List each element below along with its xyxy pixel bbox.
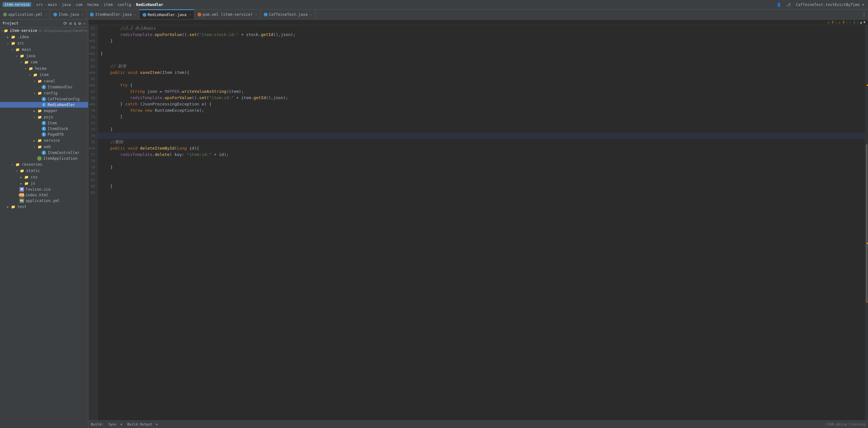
tree-item-js[interactable]: ▶ 📁 js <box>0 180 88 187</box>
breadcrumb-src[interactable]: src <box>36 2 43 7</box>
arrow-static: ▾ <box>14 169 19 173</box>
tab-item-java[interactable]: Item.java ✕ <box>50 9 87 19</box>
sync-label: Sync <box>108 422 117 426</box>
user-icon[interactable]: 👤 <box>775 2 782 7</box>
tree-item-application-yml[interactable]: ▶ YML application.yml <box>0 198 88 204</box>
tab-redishandler-java[interactable]: RedisHandler.java ✕ <box>140 9 194 19</box>
collapse-all-icon[interactable]: ≡ <box>69 21 72 26</box>
fold-69[interactable]: ▾ <box>89 102 91 106</box>
line-numbers: 57 58 ▾ 59 60 ▾ 61 62 63 ▾ 64 65 <box>88 25 98 421</box>
code-content[interactable]: //2.2 存入Redis redisTemplate.opsForValue(… <box>98 25 865 421</box>
tree-item-itemhandler[interactable]: ▶ C ItemHandler <box>0 84 88 90</box>
tree-item-index-html[interactable]: ▶ HTML index.html <box>0 192 88 198</box>
fold-64[interactable]: ▾ <box>89 71 91 74</box>
nav-up[interactable]: ▲ <box>860 20 862 24</box>
tree-label-redishandler: RedisHandler <box>48 102 75 107</box>
tree-item-service[interactable]: ▶ 📁 service <box>0 137 88 144</box>
tree-item-favicon[interactable]: ▶ 🖼 favicon.ico <box>0 187 88 192</box>
linenum-68: 68 <box>88 95 97 101</box>
tree-item-idea[interactable]: ▶ 📁 .idea <box>0 34 88 40</box>
sync-close-btn[interactable]: ✕ <box>120 422 122 426</box>
tree-item-resources[interactable]: ▾ 📁 resources <box>0 161 88 167</box>
tab-application-yml[interactable]: application.yml ✕ <box>0 9 50 19</box>
breadcrumb-main[interactable]: main <box>48 2 57 7</box>
linenum-76: ▾ 76 <box>88 145 97 152</box>
tree-item-mapper[interactable]: ▶ 📁 mapper <box>0 108 88 114</box>
warning-count-2[interactable]: ⚠ 3 <box>838 20 845 24</box>
nav-down[interactable]: ▼ <box>863 20 866 24</box>
fold-61[interactable]: ▾ <box>89 52 91 55</box>
tab-close-item[interactable]: ✕ <box>82 12 83 16</box>
tab-close-caffeine[interactable]: ✕ <box>310 12 312 16</box>
tab-label-item: Item.java <box>58 12 79 17</box>
tree-item-project-root[interactable]: ▾ 📁 item-service D:\DingJiaxiong\IdeaPro… <box>0 27 88 34</box>
breadcrumb-java[interactable]: java <box>62 2 71 7</box>
project-badge[interactable]: item-service <box>2 2 31 7</box>
fold-66[interactable]: ▾ <box>89 84 91 87</box>
spring-icon-itemapplication: 🌿 <box>37 156 42 161</box>
linenum-73: 73 <box>88 126 97 132</box>
tree-item-redishandler[interactable]: ▶ C RedisHandler <box>0 102 88 108</box>
build-output-tab[interactable]: Build Output ✕ <box>127 422 158 426</box>
code-line-73: } <box>98 126 865 132</box>
warning-count-1[interactable]: ⚠ 3 <box>827 20 834 24</box>
tree-label-js: js <box>31 181 35 186</box>
check-count[interactable]: ✓ 1 <box>849 20 856 24</box>
vertical-scrollbar[interactable] <box>865 25 868 421</box>
tree-label-service: service <box>44 138 60 143</box>
tab-pom-xml[interactable]: pom.xml (item-service) ✕ <box>194 9 260 19</box>
tab-icon-itemhandler <box>90 12 94 17</box>
tabs-overflow[interactable]: ⋮ <box>860 12 868 17</box>
tab-close-itemhandler[interactable]: ✕ <box>134 12 136 16</box>
close-sidebar-icon[interactable]: — <box>83 21 86 26</box>
breadcrumb-item[interactable]: item <box>103 2 113 7</box>
sync-tab[interactable]: Sync ✕ <box>108 422 122 426</box>
tab-caffeinetest-java[interactable]: CaffeineTest.java ✕ <box>260 9 315 19</box>
fold-76[interactable]: ▾ <box>89 147 91 150</box>
tree-label-config: config <box>44 91 57 95</box>
class-icon-caffeineconfig: C <box>42 97 46 101</box>
tree-item-itemstock[interactable]: ▶ C ItemStock <box>0 126 88 132</box>
build-output-close-btn[interactable]: ✕ <box>156 422 158 426</box>
scrollbar-thumb[interactable] <box>866 144 868 302</box>
tree-item-test[interactable]: ▶ 📁 test <box>0 204 88 210</box>
tree-item-heima[interactable]: ▾ 📁 heima <box>0 65 88 72</box>
tab-close-redishandler[interactable]: ✕ <box>189 13 191 17</box>
tab-recent[interactable]: CaffeineTest.testEvictByTime ▾ <box>795 2 866 7</box>
breadcrumb-heima[interactable]: heima <box>87 2 99 7</box>
tree-item-caffeineconfig[interactable]: ▶ C CaffeineConfig <box>0 96 88 102</box>
breadcrumb-config[interactable]: config <box>117 2 131 7</box>
tree-item-css[interactable]: ▶ 📁 css <box>0 174 88 180</box>
sync-icon[interactable]: ⟳ <box>63 21 67 26</box>
tab-close-pom[interactable]: ✕ <box>255 12 257 16</box>
tree-label-mapper: mapper <box>44 109 57 113</box>
linenum-70: 70 <box>88 107 97 114</box>
build-output-label: Build Output <box>127 422 152 426</box>
tree-item-config[interactable]: ▾ 📁 config <box>0 90 88 96</box>
tree-item-pojo[interactable]: ▾ 📁 pojo <box>0 114 88 120</box>
tree-item-static[interactable]: ▾ 📁 static <box>0 167 88 174</box>
breadcrumb-com[interactable]: com <box>76 2 83 7</box>
warning-bar: ⚠ 3 | ⚠ 3 | ✓ 1 | ▲ ▼ <box>88 20 868 25</box>
tree-item-pagedto[interactable]: ▶ C PageDTO <box>0 132 88 137</box>
sort-icon[interactable]: ⇅ <box>74 21 76 26</box>
tree-item-itemapplication[interactable]: ▶ 🌿 ItemApplication <box>0 156 88 161</box>
tree-item-canal[interactable]: ▾ 📁 canal <box>0 78 88 84</box>
tree-item-item[interactable]: ▾ 📁 item <box>0 72 88 78</box>
linenum-66: ▾ 66 <box>88 82 97 88</box>
tree-label-root: item-service <box>10 28 37 33</box>
vcs-icon[interactable]: ⎇ <box>785 2 792 7</box>
tree-item-com[interactable]: ▾ 📁 com <box>0 59 88 65</box>
tree-item-java[interactable]: ▾ 📁 java <box>0 53 88 59</box>
tree-item-web[interactable]: ▾ 📁 web <box>0 144 88 150</box>
fold-59[interactable]: ▾ <box>89 39 91 42</box>
tab-itemhandler-java[interactable]: ItemHandler.java ✕ <box>87 9 140 19</box>
tree-item-item-class[interactable]: ▶ C Item <box>0 120 88 126</box>
tree-item-itemcontroller[interactable]: ▶ C ItemController <box>0 150 88 156</box>
arrow-resources: ▾ <box>10 163 14 166</box>
code-line-82: } <box>98 183 865 189</box>
tree-item-src[interactable]: ▾ 📁 src <box>0 40 88 47</box>
tab-close-yml[interactable]: ✕ <box>45 12 47 16</box>
tree-item-main[interactable]: ▾ 📁 main <box>0 47 88 53</box>
settings-gear-icon[interactable]: ⚙ <box>78 21 81 26</box>
